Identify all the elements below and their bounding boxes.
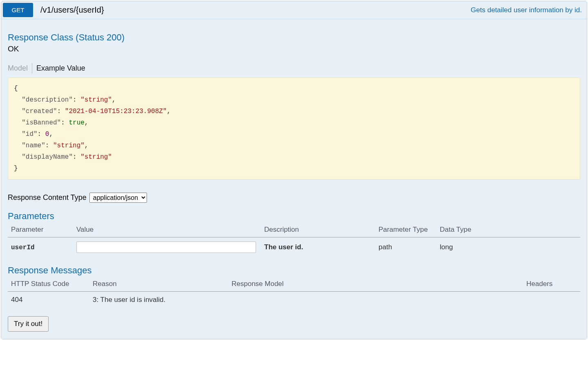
- parameter-value-input[interactable]: [76, 242, 256, 253]
- try-it-out-button[interactable]: Try it out!: [8, 316, 49, 332]
- parameter-data-type: long: [437, 237, 580, 257]
- parameters-table: Parameter Value Description Parameter Ty…: [8, 223, 580, 257]
- parameters-col-parameter-type: Parameter Type: [375, 223, 437, 237]
- response-status-text: OK: [8, 44, 580, 53]
- responses-col-reason: Reason: [89, 277, 228, 292]
- operation-summary[interactable]: Gets detailed user information by id.: [471, 6, 587, 14]
- responses-col-headers: Headers: [523, 277, 580, 292]
- parameter-name: userId: [11, 244, 35, 251]
- operation-header[interactable]: GET /v1/users/{userId} Gets detailed use…: [1, 1, 587, 19]
- response-messages-title: Response Messages: [8, 265, 580, 276]
- parameter-description: The user id.: [264, 243, 303, 251]
- tab-model[interactable]: Model: [8, 63, 32, 73]
- response-model: [228, 292, 523, 308]
- responses-col-code: HTTP Status Code: [8, 277, 89, 292]
- response-tabs: Model Example Value: [8, 63, 580, 73]
- http-method-badge: GET: [3, 3, 33, 17]
- operation-body: Response Class (Status 200) OK Model Exa…: [1, 19, 587, 339]
- parameters-col-parameter: Parameter: [8, 223, 73, 237]
- content-type-select[interactable]: application/json: [89, 193, 147, 203]
- operation-path[interactable]: /v1/users/{userId}: [35, 5, 104, 15]
- table-row: 4043: The user id is invalid.: [8, 292, 580, 308]
- example-json-block[interactable]: { "description": "string", "created": "2…: [8, 78, 580, 180]
- content-type-row: Response Content Type application/json: [8, 193, 580, 203]
- table-row: userIdThe user id.pathlong: [8, 237, 580, 257]
- response-messages-table: HTTP Status Code Reason Response Model H…: [8, 277, 580, 308]
- response-code: 404: [8, 292, 89, 308]
- parameters-col-description: Description: [261, 223, 375, 237]
- response-headers: [523, 292, 580, 308]
- parameters-title: Parameters: [8, 211, 580, 222]
- response-class-title: Response Class (Status 200): [8, 32, 580, 43]
- parameters-col-value: Value: [73, 223, 261, 237]
- parameter-type: path: [375, 237, 437, 257]
- content-type-label: Response Content Type: [8, 193, 87, 202]
- parameters-col-data-type: Data Type: [437, 223, 580, 237]
- tab-example-value[interactable]: Example Value: [36, 63, 89, 73]
- responses-col-model: Response Model: [228, 277, 523, 292]
- response-reason: 3: The user id is invalid.: [89, 292, 228, 308]
